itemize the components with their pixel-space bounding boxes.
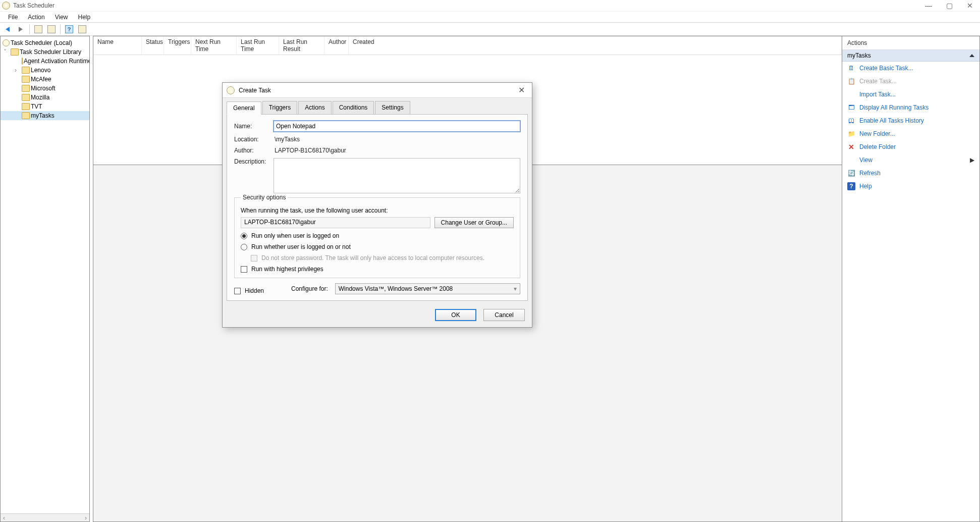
view-icon	[847, 156, 855, 164]
tree-horizontal-scrollbar[interactable]: ‹ ›	[1, 513, 89, 521]
folder-icon	[22, 67, 30, 74]
toolbar	[0, 23, 980, 36]
tree-item-label: myTasks	[31, 112, 55, 119]
toolbar-folder-icon[interactable]	[33, 24, 44, 35]
dialog-app-icon	[227, 86, 235, 94]
tree-root-label: Task Scheduler (Local)	[11, 39, 72, 46]
chevron-right-icon[interactable]: ›	[15, 67, 21, 74]
action-help[interactable]: ?Help	[842, 180, 979, 193]
menu-file[interactable]: File	[3, 13, 23, 22]
action-delete-folder[interactable]: ✕Delete Folder	[842, 140, 979, 153]
action-create-basic-task[interactable]: 🗓Create Basic Task...	[842, 62, 979, 75]
tree-item-tvt[interactable]: TVT	[1, 102, 89, 111]
tree-library[interactable]: ˅ Task Scheduler Library	[1, 47, 89, 57]
tree-item-lenovo[interactable]: ›Lenovo	[1, 66, 89, 75]
col-author[interactable]: Author	[324, 36, 349, 55]
name-input[interactable]	[274, 121, 520, 132]
running-icon: 🗔	[847, 103, 855, 112]
separator	[29, 24, 30, 34]
scroll-left-icon[interactable]: ‹	[1, 514, 8, 521]
tree-root[interactable]: Task Scheduler (Local)	[1, 38, 89, 47]
actions-pane: Actions myTasks 🗓Create Basic Task... 📋C…	[842, 36, 980, 522]
action-new-folder[interactable]: 📁New Folder...	[842, 127, 979, 140]
hidden-checkbox-row[interactable]: Hidden	[234, 287, 264, 294]
author-value: LAPTOP-B1C68170\gabur	[274, 147, 520, 154]
tree-item-mytasks[interactable]: myTasks	[1, 111, 89, 120]
highest-privileges-label: Run with highest privileges	[251, 266, 323, 273]
col-triggers[interactable]: Triggers	[164, 36, 191, 55]
tree-item-agent[interactable]: Agent Activation Runtime	[1, 57, 89, 66]
folder-icon	[22, 76, 30, 83]
location-value: \myTasks	[274, 136, 520, 143]
tab-actions[interactable]: Actions	[298, 101, 331, 114]
close-icon[interactable]: ✕	[967, 2, 973, 10]
toolbar-pane-icon[interactable]	[77, 24, 88, 35]
run-logged-on-radio[interactable]: Run only when user is logged on	[241, 232, 514, 239]
action-refresh[interactable]: 🔄Refresh	[842, 167, 979, 180]
description-input[interactable]	[274, 158, 520, 193]
back-button[interactable]	[2, 24, 13, 35]
action-label: Import Task...	[859, 91, 896, 98]
col-name[interactable]: Name	[93, 36, 142, 55]
radio-icon	[241, 244, 247, 250]
menu-action[interactable]: Action	[23, 13, 49, 22]
minimize-icon[interactable]: —	[925, 2, 932, 10]
forward-button[interactable]	[15, 24, 26, 35]
folder-icon	[22, 94, 30, 101]
ok-button[interactable]: OK	[435, 309, 476, 321]
tree-item-label: Microsoft	[31, 85, 56, 92]
col-last-result[interactable]: Last Run Result	[279, 36, 324, 55]
separator	[60, 24, 61, 34]
tab-conditions[interactable]: Conditions	[333, 101, 374, 114]
action-create-task[interactable]: 📋Create Task...	[842, 75, 979, 88]
action-enable-history[interactable]: 🕮Enable All Tasks History	[842, 114, 979, 127]
menu-help[interactable]: Help	[73, 13, 96, 22]
tree-item-label: Lenovo	[31, 67, 50, 74]
change-user-button[interactable]: Change User or Group...	[434, 217, 514, 228]
highest-privileges-checkbox-row[interactable]: Run with highest privileges	[241, 266, 514, 273]
tab-general-page: Name: Location: \myTasks Author: LAPTOP-…	[227, 114, 528, 301]
folder-icon	[22, 85, 30, 92]
menu-view[interactable]: View	[50, 13, 73, 22]
col-status[interactable]: Status	[142, 36, 164, 55]
action-view[interactable]: View▶	[842, 153, 979, 167]
task-scheduler-icon	[3, 39, 10, 46]
actions-pane-title: Actions	[842, 36, 979, 50]
user-account-value: LAPTOP-B1C68170\gabur	[241, 217, 430, 228]
cancel-button[interactable]: Cancel	[483, 309, 525, 321]
configure-for-select[interactable]: Windows Vista™, Windows Server™ 2008 ▾	[335, 283, 520, 294]
folder-icon	[11, 48, 19, 56]
dialog-close-button[interactable]: ✕	[515, 85, 528, 95]
app-icon	[2, 2, 10, 10]
tree-item-mcafee[interactable]: McAfee	[1, 75, 89, 84]
scroll-right-icon[interactable]: ›	[82, 514, 89, 521]
col-next-run[interactable]: Next Run Time	[191, 36, 237, 55]
action-display-running[interactable]: 🗔Display All Running Tasks	[842, 101, 979, 114]
run-whether-radio[interactable]: Run whether user is logged on or not	[241, 243, 514, 250]
actions-section-label: myTasks	[847, 52, 871, 59]
action-import-task[interactable]: Import Task...	[842, 88, 979, 101]
action-label: Help	[859, 183, 872, 190]
chevron-down-icon[interactable]: ˅	[4, 48, 10, 56]
tab-general[interactable]: General	[227, 101, 261, 115]
actions-section-header[interactable]: myTasks	[842, 50, 979, 62]
run-whether-label: Run whether user is logged on or not	[251, 243, 351, 250]
col-created[interactable]: Created	[349, 36, 842, 55]
toolbar-help-icon[interactable]	[64, 24, 75, 35]
folder-icon	[22, 58, 23, 65]
maximize-icon[interactable]: ▢	[946, 2, 953, 10]
create-task-dialog: Create Task ✕ General Triggers Actions C…	[222, 82, 532, 328]
toolbar-run-icon[interactable]	[46, 24, 57, 35]
action-label: Delete Folder	[859, 143, 896, 150]
tab-triggers[interactable]: Triggers	[262, 101, 298, 114]
tree-pane: Task Scheduler (Local) ˅ Task Scheduler …	[0, 36, 90, 522]
security-legend: Security options	[241, 194, 288, 201]
configure-for-value: Windows Vista™, Windows Server™ 2008	[339, 285, 453, 292]
tree-item-microsoft[interactable]: Microsoft	[1, 84, 89, 93]
run-logged-on-label: Run only when user is logged on	[251, 232, 339, 239]
tree-item-mozilla[interactable]: Mozilla	[1, 93, 89, 102]
tree-library-label: Task Scheduler Library	[20, 48, 81, 56]
dialog-titlebar[interactable]: Create Task ✕	[223, 83, 532, 98]
col-last-run[interactable]: Last Run Time	[237, 36, 279, 55]
tab-settings[interactable]: Settings	[375, 101, 410, 114]
